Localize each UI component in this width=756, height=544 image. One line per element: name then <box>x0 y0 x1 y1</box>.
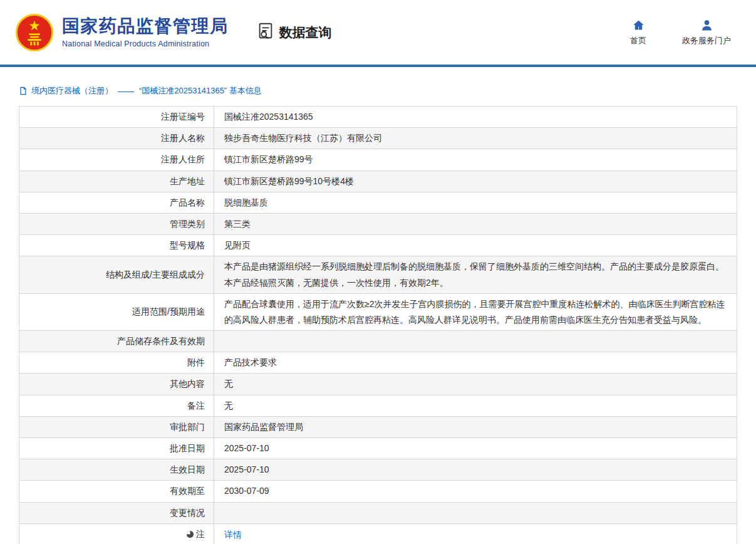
row-label: 注册人住所 <box>19 149 214 170</box>
registration-info-table: 注册证编号 国械注准20253141365 注册人名称 独步吾奇生物医疗科技（江… <box>19 106 737 544</box>
table-row: 生产地址 镇江市新区楚桥路99号10号楼4楼 <box>19 170 737 192</box>
table-row: 注册人名称 独步吾奇生物医疗科技（江苏）有限公司 <box>19 128 737 149</box>
row-label: 批准日期 <box>19 438 214 459</box>
table-row: 附件 产品技术要求 <box>19 352 737 374</box>
user-icon <box>700 19 713 33</box>
row-value: 无 <box>214 395 737 416</box>
breadcrumb-category[interactable]: 境内医疗器械（注册） <box>31 85 113 97</box>
nav-gov-portal-label: 政务服务门户 <box>682 35 731 46</box>
row-value: 产品配合球囊使用，适用于流产次数≥2次并发生子宫内膜损伤的，且需要开展宫腔中重度… <box>214 293 737 330</box>
row-value: 脱细胞基质 <box>214 192 737 213</box>
section-title-data-query: 数据查询 <box>256 21 332 43</box>
row-label: 审批部门 <box>19 416 214 437</box>
table-row: 注 详情 <box>19 523 737 544</box>
row-value: 独步吾奇生物医疗科技（江苏）有限公司 <box>214 128 737 149</box>
table-row: 注册人住所 镇江市新区楚桥路99号 <box>19 149 737 170</box>
row-label: 结构及组成/主要组成成分 <box>19 256 214 293</box>
row-label: 备注 <box>19 395 214 416</box>
row-label: 生效日期 <box>19 459 214 481</box>
org-title: 国家药品监督管理局 <box>62 16 229 36</box>
nav-gov-portal[interactable]: 政务服务门户 <box>682 19 731 46</box>
note-icon <box>186 528 194 543</box>
row-value: 本产品是由猪源组织经一系列脱细胞处理后制备的脱细胞基质，保留了细胞外基质的三维空… <box>214 256 737 293</box>
main-content: 境内医疗器械（注册） —— “国械注准20253141365” 基本信息 注册证… <box>0 85 756 544</box>
breadcrumb: 境内医疗器械（注册） —— “国械注准20253141365” 基本信息 <box>19 85 737 97</box>
section-title-label: 数据查询 <box>279 24 332 41</box>
data-query-icon <box>256 21 275 43</box>
header-nav: 首页 政务服务门户 <box>623 19 731 46</box>
row-value: 镇江市新区楚桥路99号 <box>214 149 737 170</box>
nmpa-logo[interactable]: 国家药品监督管理局 National Medical Products Admi… <box>15 13 229 52</box>
table-row: 有效期至 2030-07-09 <box>19 481 737 502</box>
header-divider <box>0 65 756 67</box>
nav-home[interactable]: 首页 <box>623 19 653 46</box>
table-row: 审批部门 国家药品监督管理局 <box>19 416 737 437</box>
table-row: 备注 无 <box>19 395 737 416</box>
org-subtitle: National Medical Products Administration <box>62 39 229 48</box>
row-label: 有效期至 <box>19 481 214 502</box>
breadcrumb-current: “国械注准20253141365” 基本信息 <box>139 85 262 97</box>
row-value: 2025-07-10 <box>214 459 737 481</box>
row-label: 产品储存条件及有效期 <box>19 331 214 352</box>
row-value: 2025-07-10 <box>214 438 737 459</box>
row-label: 变更情况 <box>19 502 214 523</box>
row-value: 详情 <box>214 523 737 544</box>
row-value: 第三类 <box>214 213 737 234</box>
row-label: 型号规格 <box>19 235 214 256</box>
row-label: 生产地址 <box>19 170 214 192</box>
nav-home-label: 首页 <box>630 35 646 46</box>
row-value <box>214 331 737 352</box>
row-label: 其他内容 <box>19 374 214 395</box>
details-link[interactable]: 详情 <box>224 530 242 540</box>
table-row: 结构及组成/主要组成成分 本产品是由猪源组织经一系列脱细胞处理后制备的脱细胞基质… <box>19 256 737 293</box>
row-label: 注册证编号 <box>19 107 214 128</box>
table-row: 注册证编号 国械注准20253141365 <box>19 107 737 128</box>
table-row: 变更情况 <box>19 502 737 523</box>
table-row: 型号规格 见附页 <box>19 235 737 256</box>
table-row: 其他内容 无 <box>19 374 737 395</box>
row-value: 2030-07-09 <box>214 481 737 502</box>
row-value: 产品技术要求 <box>214 352 737 374</box>
note-label: 注 <box>196 529 205 539</box>
row-value: 见附页 <box>214 235 737 256</box>
table-row: 产品名称 脱细胞基质 <box>19 192 737 213</box>
table-row: 产品储存条件及有效期 <box>19 331 737 352</box>
page-header: 国家药品监督管理局 National Medical Products Admi… <box>0 0 756 65</box>
home-icon <box>632 19 645 33</box>
table-row: 生效日期 2025-07-10 <box>19 459 737 481</box>
table-row: 批准日期 2025-07-10 <box>19 438 737 459</box>
row-label: 附件 <box>19 352 214 374</box>
row-value: 无 <box>214 374 737 395</box>
row-value: 镇江市新区楚桥路99号10号楼4楼 <box>214 170 737 192</box>
row-label: 管理类别 <box>19 213 214 234</box>
document-icon <box>19 86 28 95</box>
national-emblem-icon <box>15 13 54 52</box>
row-value: 国械注准20253141365 <box>214 107 737 128</box>
row-value: 国家药品监督管理局 <box>214 416 737 437</box>
row-value <box>214 502 737 523</box>
row-label: 注册人名称 <box>19 128 214 149</box>
breadcrumb-separator: —— <box>118 86 134 96</box>
row-label: 产品名称 <box>19 192 214 213</box>
table-row: 管理类别 第三类 <box>19 213 737 234</box>
table-row: 适用范围/预期用途 产品配合球囊使用，适用于流产次数≥2次并发生子宫内膜损伤的，… <box>19 293 737 330</box>
row-label: 注 <box>19 523 214 544</box>
row-label: 适用范围/预期用途 <box>19 293 214 330</box>
